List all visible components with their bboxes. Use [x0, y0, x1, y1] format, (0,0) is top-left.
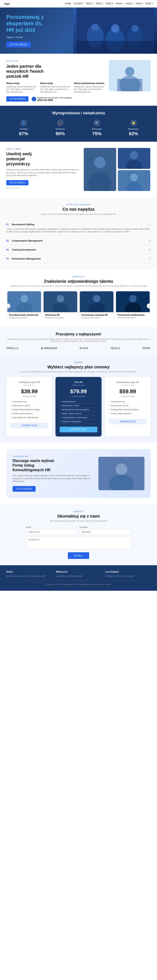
feature-basic-3: Wynagrodzenia dla pracowntjacy — [10, 408, 48, 412]
contact-title: Skontaktuj się z nami — [6, 514, 151, 519]
svg-point-28 — [93, 295, 100, 302]
why-label: DLACZEGO MY — [13, 455, 93, 457]
stat-label-recruitment: Rekrutacje — [92, 128, 102, 130]
pricing-price-basic: $39.99 — [10, 388, 48, 395]
talent-card-desc-2: Sample text lorem ipsum... — [45, 317, 75, 319]
talent-label: KANDYDACI — [6, 275, 151, 278]
talent-card-desc-1: Sample text lorem ipsum... — [9, 317, 39, 319]
svg-point-13 — [94, 157, 106, 169]
accordion-header-performance[interactable]: 04. Performance Management ∨ — [6, 256, 151, 260]
drives-desc: Sample text: Click to select this text b… — [6, 213, 151, 216]
why-inner: DLACZEGO MY Dlaczego warto wybrać Firmę … — [6, 449, 151, 498]
pricing-plan-desc-featured: Idealny na małą — [60, 384, 97, 386]
pricing-plan-desc-basic: Idealny na małą — [10, 384, 48, 386]
email-input[interactable] — [26, 529, 77, 535]
pricing-plan-name-pro: Profesjonalny plan HR — [109, 381, 147, 383]
hero-cta-button[interactable]: CZYTAJ WIĘCEJ — [6, 41, 31, 48]
pricing-price-pro: $59.99 — [109, 388, 147, 395]
partner-logo-crolla: CROLLA — [6, 347, 18, 350]
footer: Siofra 44 Arena St, Apartament 100, Nowy… — [0, 565, 157, 591]
feature-featured-6: Programy motywacyjne — [60, 420, 97, 423]
talent-carousel: ‹ Pozyskanie kadry dyrektorów Sample tex… — [6, 291, 151, 321]
feature-pro-2: Sklynowanie z premii — [109, 404, 147, 408]
feature-basic-2: Sklynowanie z premii — [10, 404, 48, 408]
partner-illustration — [109, 60, 151, 91]
leadership-text: Zaawansowane Ergonomic is set ante a NMb… — [6, 169, 80, 177]
partners-desc: Paragraph lorem ipsum dolor sit amet, co… — [6, 338, 151, 342]
hero-content: Porozmawiaj z ekspertem ds. HR już dziś … — [0, 8, 50, 54]
pricing-card-featured: Plan HR Idealny na małą $79.99 Korzystaj… — [56, 377, 101, 436]
partner-layout: NASZ PLAN Jeden partner dla wszystkich T… — [6, 60, 151, 102]
contact-section: KONTAKT Skontaktuj się z nami Masz jakie… — [0, 504, 157, 565]
partner-label: NASZ PLAN — [6, 60, 105, 62]
talent-card-img-3 — [80, 291, 114, 312]
drives-label: CZYM SIĘ ZAJMUJEMY — [6, 204, 151, 205]
talent-card-img-1 — [7, 291, 41, 312]
stat-value-mentoring: 62% — [129, 131, 138, 137]
accordion-arrow-3: ∨ — [149, 248, 151, 251]
pricing-btn-featured[interactable]: WYBIERZ PLAN — [60, 427, 97, 432]
leadership-cta-button[interactable]: CZYTAJ WIĘCEJ — [6, 180, 29, 185]
drives-title: Co nas napędza — [6, 207, 151, 212]
accordion-arrow-1: ∧ — [149, 223, 151, 226]
pricing-per-basic: Korzystaj na biały — [10, 395, 48, 397]
stat-item-contacts: 👤 Kontakty 67% — [6, 119, 41, 137]
pricing-section: CENNIK Wybierz najlepszy plan cenowy Dui… — [0, 355, 157, 443]
partner-cta-button[interactable]: CZYTAJ WIĘCEJ — [6, 96, 29, 102]
partner-title: Jeden partner dla wszystkich Twoich potr… — [6, 64, 105, 79]
svg-point-22 — [21, 295, 28, 302]
pricing-per-pro: Korzystaj na biały — [109, 395, 147, 397]
stats-grid: 👤 Kontakty 67% 🎓 Szkolenia 90% 🔍 Rekruta… — [6, 119, 151, 137]
svg-rect-7 — [77, 41, 154, 54]
talent-cards: Pozyskanie kadry dyrektorów Sample text … — [6, 291, 151, 321]
accordion-num-3: 03. — [6, 249, 9, 251]
leadership-section: SZEF I LIDER Uwolnij swój potencjał przy… — [0, 142, 157, 197]
partner-col-value: Nasza podstawowa wartość Sample text: Cl… — [74, 82, 105, 94]
leader-img-bottom-right — [118, 170, 151, 191]
nav-page1[interactable]: PAGE 1 — [86, 3, 93, 5]
submit-button[interactable]: WYŚLIJ! — [68, 552, 90, 559]
talent-section: KANDYDACI Znalezienie odpowiedniego tale… — [0, 269, 157, 327]
svg-point-6 — [132, 25, 138, 32]
talent-card-title-1: Pozyskanie kadry dyrektorów — [9, 314, 39, 316]
nav-page7[interactable]: PAGE 7 — [146, 3, 153, 5]
nav-page2[interactable]: PAGE 2 — [96, 3, 103, 5]
footer-copyright: Copyright © 2022 All rights reserved | T… — [6, 581, 151, 585]
pricing-btn-pro[interactable]: WYBIERZ PLAN — [109, 419, 147, 425]
hero-image — [73, 8, 157, 54]
nav-page4[interactable]: PAGE 4 — [115, 3, 123, 5]
leader-illustration-1 — [84, 148, 116, 191]
footer-col-melbourne: Melbourne 122 Collins St, Melbourne 3000 — [56, 570, 101, 578]
accordion-num-4: 04. — [6, 258, 9, 260]
pricing-grid: Podstawowy plan HR Idealny na małą $39.9… — [6, 377, 151, 436]
talent-card-3: Innowacyjne narzędzia HR Sample text lor… — [80, 291, 114, 321]
pricing-features-pro: Pozysiaste kursy Sklynowanie z premii Wy… — [109, 400, 147, 415]
accordion-header-recruitment[interactable]: 01. Recruitment Staffing ∧ — [6, 222, 151, 226]
nav-home[interactable]: HOME — [65, 3, 71, 5]
stat-icon-recruitment: 🔍 — [94, 119, 100, 126]
footer-col-addr-2: 122 Collins St, Melbourne 3000 — [56, 574, 101, 578]
pricing-btn-basic[interactable]: WYBIERZ PLAN — [10, 423, 48, 428]
nav-page5[interactable]: PAGE 5 — [126, 3, 133, 5]
stat-label-mentoring: Mentorstwo — [128, 128, 139, 130]
accordion-header-compensation[interactable]: 02. Compensation Management ∨ — [6, 239, 151, 242]
partner-logo-sony: SONY — [143, 347, 151, 350]
svg-point-19 — [130, 173, 138, 181]
svg-point-31 — [129, 295, 136, 302]
carousel-next-button[interactable]: › — [147, 304, 151, 309]
accordion-header-training[interactable]: 03. Training Development ∨ — [6, 248, 151, 251]
nav-logo: logo — [4, 2, 10, 5]
nav-page3[interactable]: PAGE 3 — [106, 3, 113, 5]
name-input[interactable] — [80, 529, 131, 535]
partner-logo-binance: ◈ BINANCE — [41, 347, 58, 350]
footer-grid: Siofra 44 Arena St, Apartament 100, Nowy… — [6, 570, 151, 578]
stat-item-training: 🎓 Szkolenia 90% — [43, 119, 77, 137]
nav-contact[interactable]: CONTACT — [74, 3, 83, 5]
leadership-images — [84, 148, 151, 191]
talent-card-title-2: Rekrutacja HR — [45, 314, 75, 316]
talent-card-desc-3: Sample text lorem ipsum... — [82, 317, 112, 319]
nav-page6[interactable]: PAGE 6 — [135, 3, 143, 5]
accordion-title-compensation: Compensation Management — [12, 239, 43, 242]
why-cta-button[interactable]: CZYTAJ WIĘCEJ — [13, 486, 35, 492]
message-textarea[interactable] — [26, 537, 131, 549]
